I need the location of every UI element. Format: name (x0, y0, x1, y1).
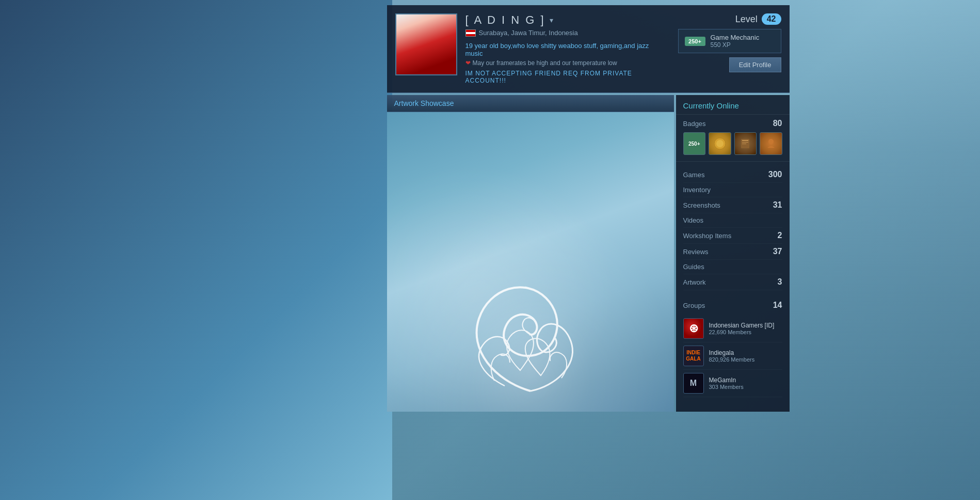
group-item-indonesian[interactable]: ⊛ Indonesian Gamers [ID] 22,690 Members (683, 315, 782, 342)
heart-icon: ❤ (465, 59, 471, 67)
groups-count: 14 (773, 301, 782, 310)
screenshots-label: Screenshots (683, 201, 720, 209)
group-icon-indiegala: INDIEGALA (683, 346, 704, 366)
badge-xp: 550 XP (711, 41, 760, 49)
level-section: Level 42 250+ Game Mechanic 550 XP Edit … (668, 13, 781, 72)
username-row: [ A D I N G ] ▾ (465, 13, 660, 27)
edit-profile-button[interactable]: Edit Profile (729, 57, 781, 72)
group-info-megamin: MeGamIn 303 Members (709, 377, 744, 390)
guides-label: Guides (683, 263, 704, 271)
bio-line2-row: ❤ May our framerates be high and our tem… (465, 59, 660, 67)
artwork-label: Artwork (683, 278, 706, 286)
badge-250-icon: 250+ (685, 37, 705, 46)
groups-header-row: Groups 14 (683, 301, 782, 310)
group-info-indiegala: Indiegala 820,926 Members (709, 349, 755, 363)
indiegala-symbol: INDIEGALA (686, 350, 700, 362)
videos-label: Videos (683, 216, 704, 224)
main-wrapper: [ A D I N G ] ▾ Surabaya, Jawa Timur, In… (0, 0, 980, 412)
artwork-value: 3 (778, 277, 782, 287)
group-name-indonesian: Indonesian Gamers [ID] (709, 322, 775, 329)
badge-icon-book[interactable] (734, 132, 757, 155)
level-badge: 42 (762, 13, 781, 25)
group-icon-megamin: M (683, 373, 704, 394)
stat-row-inventory[interactable]: Inventory (683, 183, 782, 197)
right-sidebar: Currently Online Badges 80 250+ (676, 95, 790, 412)
group-name-megamin: MeGamIn (709, 377, 744, 384)
online-status: Currently Online (676, 95, 790, 115)
reviews-value: 37 (773, 247, 782, 256)
megamin-symbol: M (690, 379, 697, 388)
artwork-swirl (453, 257, 608, 401)
badge-icon-character[interactable] (760, 132, 782, 155)
svg-rect-4 (742, 142, 748, 143)
flag-icon (465, 29, 476, 37)
group-name-indiegala: Indiegala (709, 349, 755, 356)
badge-card: 250+ Game Mechanic 550 XP (678, 29, 781, 53)
group-icon-steam: ⊛ (683, 318, 704, 339)
badges-label-row: Badges 80 (683, 119, 782, 128)
warning-text: IM NOT ACCEPTING FRIEND REQ FROM PRIVATE… (465, 70, 660, 84)
stats-section: Games 300 Inventory Screenshots 31 Video… (676, 162, 790, 295)
games-label: Games (683, 171, 705, 179)
groups-section: Groups 14 ⊛ Indonesian Gamers [ID] 22,69… (676, 295, 790, 402)
profile-header: [ A D I N G ] ▾ Surabaya, Jawa Timur, In… (387, 5, 790, 93)
stat-row-games[interactable]: Games 300 (683, 167, 782, 183)
username: [ A D I N G ] (465, 13, 545, 27)
avatar (395, 13, 457, 75)
location-row: Surabaya, Jawa Timur, Indonesia (465, 29, 660, 37)
location-text: Surabaya, Jawa Timur, Indonesia (479, 29, 578, 37)
svg-rect-5 (742, 144, 746, 144)
badge-icon-250[interactable]: 250+ (683, 132, 706, 155)
artwork-showcase-header: Artwork Showcase (387, 95, 674, 112)
svg-rect-3 (742, 140, 748, 141)
bio-line1: 19 year old boy,who love shitty weaboo s… (465, 42, 660, 57)
group-info-indonesian: Indonesian Gamers [ID] 22,690 Members (709, 322, 775, 335)
svg-point-6 (768, 139, 774, 144)
group-members-megamin: 303 Members (709, 384, 744, 390)
badge-name: Game Mechanic (711, 34, 760, 41)
steam-symbol: ⊛ (689, 322, 698, 335)
profile-container: [ A D I N G ] ▾ Surabaya, Jawa Timur, In… (387, 5, 790, 412)
stat-row-artwork[interactable]: Artwork 3 (683, 274, 782, 290)
artwork-display[interactable] (387, 112, 674, 412)
svg-point-1 (716, 140, 724, 147)
group-members-indonesian: 22,690 Members (709, 329, 775, 335)
badges-count: 80 (773, 119, 782, 128)
stat-row-screenshots[interactable]: Screenshots 31 (683, 197, 782, 213)
profile-info: [ A D I N G ] ▾ Surabaya, Jawa Timur, In… (465, 13, 660, 84)
badge-icon-gold[interactable] (709, 132, 731, 155)
stat-row-guides[interactable]: Guides (683, 260, 782, 274)
workshop-label: Workshop Items (683, 232, 732, 240)
username-dropdown-icon[interactable]: ▾ (550, 16, 553, 24)
content-area: Artwork Showcase (387, 95, 790, 412)
artwork-section: Artwork Showcase (387, 95, 674, 412)
screenshots-value: 31 (773, 200, 782, 210)
stat-row-reviews[interactable]: Reviews 37 (683, 244, 782, 260)
bio-line2: May our framerates be high and our tempe… (473, 59, 617, 67)
stat-row-videos[interactable]: Videos (683, 213, 782, 228)
groups-label: Groups (683, 302, 705, 309)
inventory-label: Inventory (683, 186, 711, 194)
badges-section: Badges 80 250+ (676, 115, 790, 162)
badge-icons-row: 250+ (683, 132, 782, 155)
games-value: 300 (768, 170, 782, 179)
badge-info: Game Mechanic 550 XP (711, 34, 760, 49)
badges-label: Badges (683, 120, 706, 128)
workshop-value: 2 (778, 231, 782, 240)
avatar-image (396, 14, 456, 74)
level-label: Level (735, 14, 758, 25)
stat-row-workshop[interactable]: Workshop Items 2 (683, 228, 782, 244)
reviews-label: Reviews (683, 248, 709, 256)
level-row: Level 42 (735, 13, 781, 25)
group-item-indiegala[interactable]: INDIEGALA Indiegala 820,926 Members (683, 342, 782, 370)
group-item-megamin[interactable]: M MeGamIn 303 Members (683, 370, 782, 397)
group-members-indiegala: 820,926 Members (709, 356, 755, 363)
